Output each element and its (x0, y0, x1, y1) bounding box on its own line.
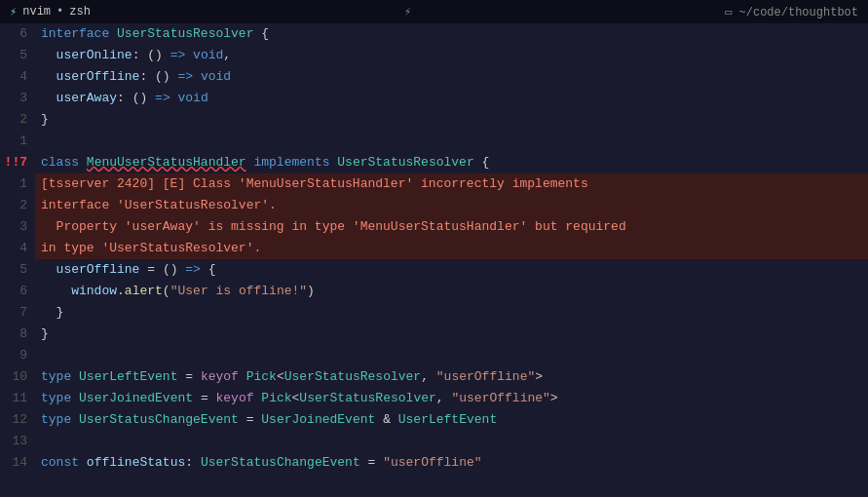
code-line-5b: 5 userOffline = () => { (0, 259, 868, 281)
line-content-12: type UserStatusChangeEvent = UserJoinedE… (35, 409, 868, 431)
code-line-14: 14 const offlineStatus: UserStatusChange… (0, 452, 868, 474)
code-line-8: 8 } (0, 324, 868, 345)
gutter-14: 14 (0, 452, 35, 474)
gutter-11: 11 (0, 388, 35, 409)
gutter-6b: 6 (0, 281, 35, 302)
title-bar-path: ▭ ~/code/thoughtbot (725, 5, 858, 19)
code-line-10: 10 type UserLeftEvent = keyof Pick<UserS… (0, 366, 868, 388)
line-content-3a: userAway: () => void (35, 88, 868, 109)
shell-name: zsh (69, 5, 91, 19)
line-content-14: const offlineStatus: UserStatusChangeEve… (35, 452, 868, 474)
gutter-7b: 7 (0, 302, 35, 324)
center-icon: ⚡ (404, 6, 411, 19)
code-editor[interactable]: 6 interface UserStatusResolver { 5 userO… (0, 23, 868, 497)
folder-icon: ▭ (725, 6, 732, 19)
path-text: ~/code/thoughtbot (739, 6, 858, 19)
gutter-12: 12 (0, 409, 35, 431)
code-line-2a: 2 } (0, 109, 868, 131)
code-line-13: 13 (0, 431, 868, 452)
line-content-err-4: in type 'UserStatusResolver'. (35, 238, 868, 259)
gutter-13: 13 (0, 431, 35, 452)
title-bar-left: ⚡ nvim • zsh (10, 5, 91, 19)
code-line-4a: 4 userOffline: () => void (0, 66, 868, 88)
code-line-7b: 7 } (0, 302, 868, 324)
gutter-2a: 2 (0, 109, 35, 131)
gutter-5b: 5 (0, 259, 35, 281)
line-content-10: type UserLeftEvent = keyof Pick<UserStat… (35, 366, 868, 388)
code-line-7-main: !!7 class MenuUserStatusHandler implemen… (0, 152, 868, 173)
line-content-2a: } (35, 109, 868, 131)
gutter-err-4: 4 (0, 238, 35, 259)
gutter-1a: 1 (0, 131, 35, 152)
title-bar: ⚡ nvim • zsh ⚡ ▭ ~/code/thoughtbot (0, 0, 868, 23)
line-content-4a: userOffline: () => void (35, 66, 868, 88)
gutter-4a: 4 (0, 66, 35, 88)
code-line-12: 12 type UserStatusChangeEvent = UserJoin… (0, 409, 868, 431)
line-content-err-2: interface 'UserStatusResolver'. (35, 195, 868, 216)
gutter-7-error: !!7 (0, 152, 35, 173)
line-content-5b: userOffline = () => { (35, 259, 868, 281)
error-line-4: 4 in type 'UserStatusResolver'. (0, 238, 868, 259)
line-content-7b: } (35, 302, 868, 324)
code-line-3a: 3 userAway: () => void (0, 88, 868, 109)
line-content-9 (35, 345, 868, 366)
code-line-6: 6 interface UserStatusResolver { (0, 23, 868, 45)
gutter-3a: 3 (0, 88, 35, 109)
gutter-6: 6 (0, 23, 35, 45)
gutter-err-1: 1 (0, 173, 35, 195)
line-content-13 (35, 431, 868, 452)
nvim-icon: ⚡ (10, 5, 17, 19)
error-line-3: 3 Property 'userAway' is missing in type… (0, 216, 868, 238)
app-name: nvim (22, 5, 51, 19)
gutter-9: 9 (0, 345, 35, 366)
line-content-5a: userOnline: () => void, (35, 45, 868, 66)
line-content-11: type UserJoinedEvent = keyof Pick<UserSt… (35, 388, 868, 409)
gutter-err-2: 2 (0, 195, 35, 216)
code-line-1a: 1 (0, 131, 868, 152)
line-content-1a (35, 131, 868, 152)
code-line-9: 9 (0, 345, 868, 366)
gutter-10: 10 (0, 366, 35, 388)
code-line-5a: 5 userOnline: () => void, (0, 45, 868, 66)
gutter-8: 8 (0, 324, 35, 345)
code-line-6b: 6 window.alert("User is offline!") (0, 281, 868, 302)
line-content-6b: window.alert("User is offline!") (35, 281, 868, 302)
terminal-window: ⚡ nvim • zsh ⚡ ▭ ~/code/thoughtbot 6 int… (0, 0, 868, 497)
error-line-1: 1 [tsserver 2420] [E] Class 'MenuUserSta… (0, 173, 868, 195)
line-content-8: } (35, 324, 868, 345)
line-content-err-1: [tsserver 2420] [E] Class 'MenuUserStatu… (35, 173, 868, 195)
separator: • (57, 5, 63, 19)
code-line-11: 11 type UserJoinedEvent = keyof Pick<Use… (0, 388, 868, 409)
line-content-6: interface UserStatusResolver { (35, 23, 868, 45)
gutter-5a: 5 (0, 45, 35, 66)
error-line-2: 2 interface 'UserStatusResolver'. (0, 195, 868, 216)
line-content-7-main: class MenuUserStatusHandler implements U… (35, 152, 868, 173)
gutter-err-3: 3 (0, 216, 35, 238)
line-content-err-3: Property 'userAway' is missing in type '… (35, 216, 868, 238)
title-bar-center: ⚡ (404, 5, 411, 19)
